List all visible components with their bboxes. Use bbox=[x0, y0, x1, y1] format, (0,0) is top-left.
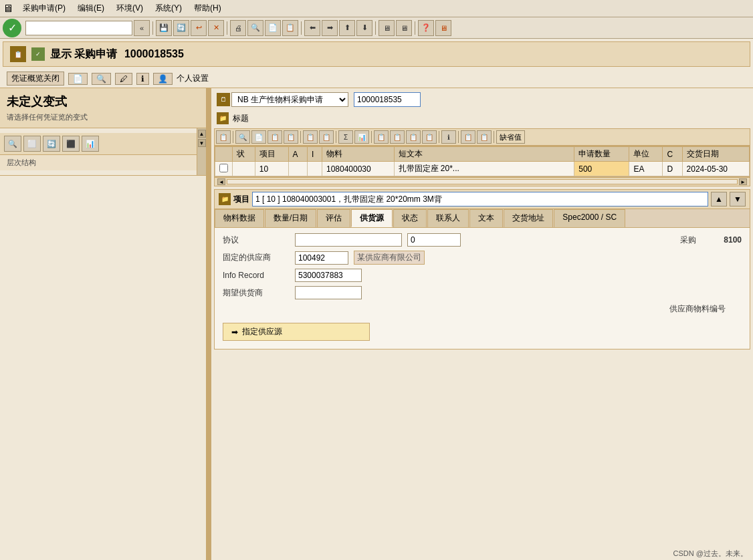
print-btn[interactable]: 🖨 bbox=[230, 20, 246, 36]
find-btn[interactable]: 🔍 bbox=[247, 20, 263, 36]
screen2-btn[interactable]: 🖥 bbox=[396, 20, 412, 36]
pr-type-icon: 🗒 bbox=[217, 93, 230, 106]
doc1-btn[interactable]: 📄 bbox=[265, 20, 281, 36]
lp-btn-5[interactable]: 📊 bbox=[82, 136, 99, 152]
lp-btn-4[interactable]: ⬛ bbox=[62, 136, 80, 152]
info-record-label: Info Record bbox=[223, 271, 290, 280]
monitor-btn[interactable]: 🖥 bbox=[435, 20, 451, 36]
doc2-btn[interactable]: 📋 bbox=[282, 20, 298, 36]
col-qty: 申请数量 bbox=[574, 147, 629, 162]
ok-button[interactable]: ✓ bbox=[3, 19, 21, 37]
menu-edit[interactable]: 编辑(E) bbox=[72, 1, 110, 15]
menu-purchase-request[interactable]: 采购申请(P) bbox=[17, 1, 71, 15]
cancel-btn[interactable]: ✕ bbox=[208, 20, 224, 36]
pr-header: 🗒 NB 生产性物料采购申请 bbox=[214, 91, 750, 108]
lp-btn-1[interactable]: 🔍 bbox=[4, 136, 21, 152]
tab-supply-source[interactable]: 供货源 bbox=[351, 209, 393, 227]
tab-content-supply-source: 协议 采购 8100 固定的供应商 某供应商有限公司 Info Record bbox=[215, 228, 750, 349]
nav-up[interactable]: ⬆ bbox=[339, 20, 355, 36]
menu-help[interactable]: 帮助(H) bbox=[189, 1, 227, 15]
tt-btn-9[interactable]: 📊 bbox=[354, 130, 369, 144]
menu-bar: 🖥 采购申请(P) 编辑(E) 环境(V) 系统(Y) 帮助(H) bbox=[0, 0, 753, 17]
close-overview-btn[interactable]: 凭证概览关闭 bbox=[7, 72, 64, 86]
tt-btn-16[interactable]: 📋 bbox=[477, 130, 492, 144]
purchase-label: 采购 bbox=[656, 235, 696, 246]
tt-btn-13[interactable]: 📋 bbox=[422, 130, 437, 144]
tt-btn-15[interactable]: 📋 bbox=[461, 130, 475, 144]
h-scroll-right-btn[interactable]: ► bbox=[739, 178, 747, 185]
row-unit: EA bbox=[629, 162, 663, 176]
form-row-expected-vendor: 期望供货商 bbox=[223, 286, 742, 299]
tt-btn-8[interactable]: Σ bbox=[338, 130, 353, 144]
protocol-num-input[interactable] bbox=[407, 233, 461, 247]
tt-sep-4 bbox=[371, 131, 372, 143]
tt-btn-4[interactable]: 📋 bbox=[267, 130, 282, 144]
tab-evaluation[interactable]: 评估 bbox=[317, 209, 350, 227]
new-doc-btn[interactable]: 📄 bbox=[68, 73, 88, 85]
protocol-input[interactable] bbox=[295, 233, 402, 247]
tab-delivery-addr[interactable]: 交货地址 bbox=[504, 209, 553, 227]
tt-btn-14[interactable]: ℹ bbox=[441, 130, 456, 144]
tab-text[interactable]: 文本 bbox=[469, 209, 503, 227]
menu-environment[interactable]: 环境(V) bbox=[111, 1, 148, 15]
col-unit: 单位 bbox=[629, 147, 663, 162]
menu-system[interactable]: 系统(Y) bbox=[150, 1, 187, 15]
prev-btn[interactable]: « bbox=[134, 20, 150, 36]
command-input[interactable] bbox=[25, 21, 132, 35]
tt-btn-10[interactable]: 📋 bbox=[374, 130, 389, 144]
row-c: D bbox=[663, 162, 682, 176]
nav-down[interactable]: ⬇ bbox=[356, 20, 372, 36]
scroll-up-btn[interactable]: ▲ bbox=[198, 130, 206, 138]
assign-source-btn[interactable]: ➡ 指定供应源 bbox=[223, 323, 370, 341]
back-btn[interactable]: ↩ bbox=[191, 20, 207, 36]
screen1-btn[interactable]: 🖥 bbox=[379, 20, 395, 36]
h-scroll-track[interactable] bbox=[227, 179, 738, 184]
item-nav-up-btn[interactable]: ▲ bbox=[711, 192, 727, 206]
title-label: 标题 bbox=[233, 113, 249, 124]
tt-btn-7[interactable]: 📋 bbox=[319, 130, 334, 144]
tt-btn-3[interactable]: 📄 bbox=[251, 130, 266, 144]
info-btn[interactable]: ℹ bbox=[136, 73, 149, 85]
expected-vendor-input[interactable] bbox=[295, 286, 362, 299]
h-scroll-left-btn[interactable]: ◄ bbox=[217, 178, 225, 185]
status-bar: CSDN @过去。未来。 bbox=[668, 547, 753, 560]
row-checkbox[interactable] bbox=[215, 162, 233, 176]
tt-btn-1[interactable]: 📋 bbox=[216, 130, 231, 144]
tt-sep-3 bbox=[336, 131, 336, 143]
edit-btn[interactable]: 🖊 bbox=[115, 73, 132, 85]
col-status: 状 bbox=[233, 147, 255, 162]
row-select-checkbox[interactable] bbox=[219, 164, 228, 172]
form-row-fixed-vendor: 固定的供应商 某供应商有限公司 bbox=[223, 251, 742, 265]
pr-type-dropdown[interactable]: NB 生产性物料采购申请 bbox=[231, 92, 348, 107]
tab-qty-date[interactable]: 数量/日期 bbox=[265, 209, 316, 227]
lp-btn-3[interactable]: 🔄 bbox=[43, 136, 60, 152]
table-row[interactable]: 10 1080400030 扎带固定座 20*... 500 EA D 2024… bbox=[215, 162, 750, 176]
tab-spec2000[interactable]: Spec2000 / SC bbox=[554, 209, 625, 227]
tab-status[interactable]: 状态 bbox=[393, 209, 427, 227]
tt-btn-11[interactable]: 📋 bbox=[390, 130, 405, 144]
info-record-input[interactable] bbox=[295, 269, 362, 282]
tt-btn-2[interactable]: 🔍 bbox=[235, 130, 250, 144]
tab-contact[interactable]: 联系人 bbox=[427, 209, 469, 227]
row-delivery-date: 2024-05-30 bbox=[682, 162, 749, 176]
pr-number-input[interactable] bbox=[354, 92, 421, 107]
refresh-btn[interactable]: 🔄 bbox=[173, 20, 189, 36]
help-btn[interactable]: ❓ bbox=[418, 20, 434, 36]
tt-btn-5[interactable]: 📋 bbox=[284, 130, 298, 144]
item-nav-input[interactable] bbox=[252, 192, 708, 206]
nav-left[interactable]: ⬅ bbox=[304, 20, 320, 36]
item-nav-down-btn[interactable]: ▼ bbox=[730, 192, 746, 206]
default-value-btn[interactable]: 缺省值 bbox=[496, 130, 525, 144]
fixed-vendor-input[interactable] bbox=[295, 251, 348, 265]
scroll-down-btn[interactable]: ▼ bbox=[198, 139, 206, 147]
tt-btn-6[interactable]: 📋 bbox=[303, 130, 318, 144]
nav-right[interactable]: ➡ bbox=[322, 20, 338, 36]
tt-btn-12[interactable]: 📋 bbox=[406, 130, 421, 144]
save-btn[interactable]: 💾 bbox=[156, 20, 172, 36]
tab-material-data[interactable]: 物料数据 bbox=[215, 209, 264, 227]
item-section: 📁 项目 ▲ ▼ 物料数据 数量/日期 评估 供货源 状态 联系人 文本 交货地… bbox=[214, 189, 750, 349]
separator-4 bbox=[375, 21, 376, 35]
lp-btn-2[interactable]: ⬜ bbox=[23, 136, 41, 152]
copy-btn[interactable]: 🔍 bbox=[92, 73, 111, 85]
user-btn[interactable]: 👤 bbox=[153, 73, 173, 85]
